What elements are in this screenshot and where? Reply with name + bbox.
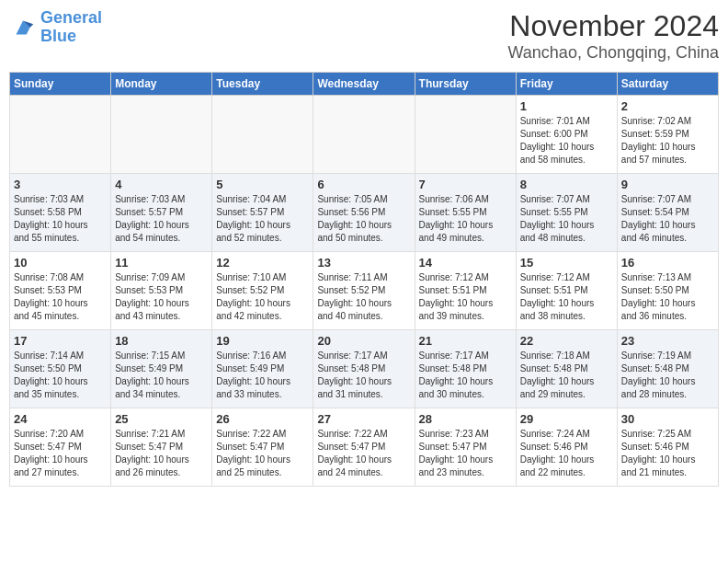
day-number: 22 [520,334,613,348]
day-number: 28 [419,412,512,426]
day-number: 6 [317,178,410,191]
logo-text: General Blue [40,9,102,46]
day-info: Sunrise: 7:17 AM Sunset: 5:48 PM Dayligh… [419,350,512,401]
calendar-day: 3Sunrise: 7:03 AM Sunset: 5:58 PM Daylig… [10,174,111,252]
day-info: Sunrise: 7:18 AM Sunset: 5:48 PM Dayligh… [520,350,613,401]
day-info: Sunrise: 7:08 AM Sunset: 5:53 PM Dayligh… [14,271,107,323]
calendar-day: 12Sunrise: 7:10 AM Sunset: 5:52 PM Dayli… [212,252,313,330]
day-info: Sunrise: 7:14 AM Sunset: 5:50 PM Dayligh… [14,350,107,401]
day-info: Sunrise: 7:04 AM Sunset: 5:57 PM Dayligh… [216,193,309,245]
calendar-week-3: 10Sunrise: 7:08 AM Sunset: 5:53 PM Dayli… [10,252,719,330]
day-info: Sunrise: 7:12 AM Sunset: 5:51 PM Dayligh… [520,271,613,323]
day-info: Sunrise: 7:11 AM Sunset: 5:52 PM Dayligh… [317,271,410,323]
day-info: Sunrise: 7:22 AM Sunset: 5:47 PM Dayligh… [216,428,309,479]
title-block: November 2024 Wanchao, Chongqing, China [508,9,719,63]
day-number: 9 [621,178,714,191]
calendar-day: 1Sunrise: 7:01 AM Sunset: 6:00 PM Daylig… [516,96,617,174]
calendar-day: 15Sunrise: 7:12 AM Sunset: 5:51 PM Dayli… [516,252,617,330]
day-number: 24 [14,412,107,426]
calendar-day: 22Sunrise: 7:18 AM Sunset: 5:48 PM Dayli… [516,330,617,408]
calendar-week-1: 1Sunrise: 7:01 AM Sunset: 6:00 PM Daylig… [10,96,719,174]
calendar-day: 21Sunrise: 7:17 AM Sunset: 5:48 PM Dayli… [415,330,516,408]
calendar-table: SundayMondayTuesdayWednesdayThursdayFrid… [9,72,719,487]
calendar-week-2: 3Sunrise: 7:03 AM Sunset: 5:58 PM Daylig… [10,174,719,252]
calendar-day: 18Sunrise: 7:15 AM Sunset: 5:49 PM Dayli… [111,330,212,408]
calendar-day: 4Sunrise: 7:03 AM Sunset: 5:57 PM Daylig… [111,174,212,252]
weekday-header-friday: Friday [516,73,617,96]
calendar-day: 10Sunrise: 7:08 AM Sunset: 5:53 PM Dayli… [10,252,111,330]
calendar-day [415,96,516,174]
page-header: General Blue November 2024 Wanchao, Chon… [9,9,719,63]
calendar-day: 24Sunrise: 7:20 AM Sunset: 5:47 PM Dayli… [10,408,111,487]
day-number: 12 [216,256,309,270]
day-number: 10 [14,256,107,270]
day-info: Sunrise: 7:15 AM Sunset: 5:49 PM Dayligh… [115,350,208,401]
day-number: 21 [419,334,512,348]
calendar-week-5: 24Sunrise: 7:20 AM Sunset: 5:47 PM Dayli… [10,408,719,487]
day-info: Sunrise: 7:07 AM Sunset: 5:54 PM Dayligh… [621,193,714,245]
calendar-day [313,96,415,174]
day-number: 23 [621,334,714,348]
day-info: Sunrise: 7:09 AM Sunset: 5:53 PM Dayligh… [115,271,208,323]
day-info: Sunrise: 7:02 AM Sunset: 5:59 PM Dayligh… [621,115,714,167]
day-info: Sunrise: 7:20 AM Sunset: 5:47 PM Dayligh… [14,428,107,479]
day-info: Sunrise: 7:16 AM Sunset: 5:49 PM Dayligh… [216,350,309,401]
calendar-day: 7Sunrise: 7:06 AM Sunset: 5:55 PM Daylig… [415,174,516,252]
day-number: 27 [317,412,410,426]
day-number: 30 [621,412,714,426]
calendar-day: 11Sunrise: 7:09 AM Sunset: 5:53 PM Dayli… [111,252,212,330]
weekday-header-monday: Monday [111,73,212,96]
calendar-day: 28Sunrise: 7:23 AM Sunset: 5:47 PM Dayli… [415,408,516,487]
location-title: Wanchao, Chongqing, China [508,43,719,63]
day-info: Sunrise: 7:13 AM Sunset: 5:50 PM Dayligh… [621,271,714,323]
weekday-header-thursday: Thursday [415,73,516,96]
day-number: 25 [115,412,208,426]
day-number: 16 [621,256,714,270]
calendar-day: 6Sunrise: 7:05 AM Sunset: 5:56 PM Daylig… [313,174,415,252]
day-number: 13 [317,256,410,270]
day-number: 5 [216,178,309,191]
day-info: Sunrise: 7:05 AM Sunset: 5:56 PM Dayligh… [317,193,410,245]
day-number: 1 [520,99,613,113]
month-title: November 2024 [508,9,719,43]
day-info: Sunrise: 7:23 AM Sunset: 5:47 PM Dayligh… [419,428,512,479]
day-info: Sunrise: 7:25 AM Sunset: 5:46 PM Dayligh… [621,428,714,479]
logo: General Blue [9,9,102,46]
day-number: 20 [317,334,410,348]
calendar-day: 20Sunrise: 7:17 AM Sunset: 5:48 PM Dayli… [313,330,415,408]
day-info: Sunrise: 7:22 AM Sunset: 5:47 PM Dayligh… [317,428,410,479]
day-info: Sunrise: 7:19 AM Sunset: 5:48 PM Dayligh… [621,350,714,401]
calendar-day: 19Sunrise: 7:16 AM Sunset: 5:49 PM Dayli… [212,330,313,408]
day-number: 29 [520,412,613,426]
calendar-week-4: 17Sunrise: 7:14 AM Sunset: 5:50 PM Dayli… [10,330,719,408]
calendar-day: 13Sunrise: 7:11 AM Sunset: 5:52 PM Dayli… [313,252,415,330]
calendar-day: 27Sunrise: 7:22 AM Sunset: 5:47 PM Dayli… [313,408,415,487]
day-info: Sunrise: 7:03 AM Sunset: 5:57 PM Dayligh… [115,193,208,245]
day-info: Sunrise: 7:03 AM Sunset: 5:58 PM Dayligh… [14,193,107,245]
calendar-day: 14Sunrise: 7:12 AM Sunset: 5:51 PM Dayli… [415,252,516,330]
day-info: Sunrise: 7:07 AM Sunset: 5:55 PM Dayligh… [520,193,613,245]
day-info: Sunrise: 7:06 AM Sunset: 5:55 PM Dayligh… [419,193,512,245]
day-info: Sunrise: 7:17 AM Sunset: 5:48 PM Dayligh… [317,350,410,401]
calendar-day: 29Sunrise: 7:24 AM Sunset: 5:46 PM Dayli… [516,408,617,487]
day-number: 7 [419,178,512,191]
day-number: 3 [14,178,107,191]
day-info: Sunrise: 7:01 AM Sunset: 6:00 PM Dayligh… [520,115,613,167]
day-number: 26 [216,412,309,426]
day-number: 11 [115,256,208,270]
weekday-header-tuesday: Tuesday [212,73,313,96]
calendar-header-row: SundayMondayTuesdayWednesdayThursdayFrid… [10,73,719,96]
day-info: Sunrise: 7:10 AM Sunset: 5:52 PM Dayligh… [216,271,309,323]
logo-icon [9,14,37,41]
weekday-header-wednesday: Wednesday [313,73,415,96]
day-number: 14 [419,256,512,270]
day-info: Sunrise: 7:21 AM Sunset: 5:47 PM Dayligh… [115,428,208,479]
calendar-day: 25Sunrise: 7:21 AM Sunset: 5:47 PM Dayli… [111,408,212,487]
day-number: 19 [216,334,309,348]
day-number: 8 [520,178,613,191]
calendar-day [111,96,212,174]
day-number: 17 [14,334,107,348]
calendar-day: 23Sunrise: 7:19 AM Sunset: 5:48 PM Dayli… [617,330,718,408]
calendar-day [212,96,313,174]
day-info: Sunrise: 7:24 AM Sunset: 5:46 PM Dayligh… [520,428,613,479]
